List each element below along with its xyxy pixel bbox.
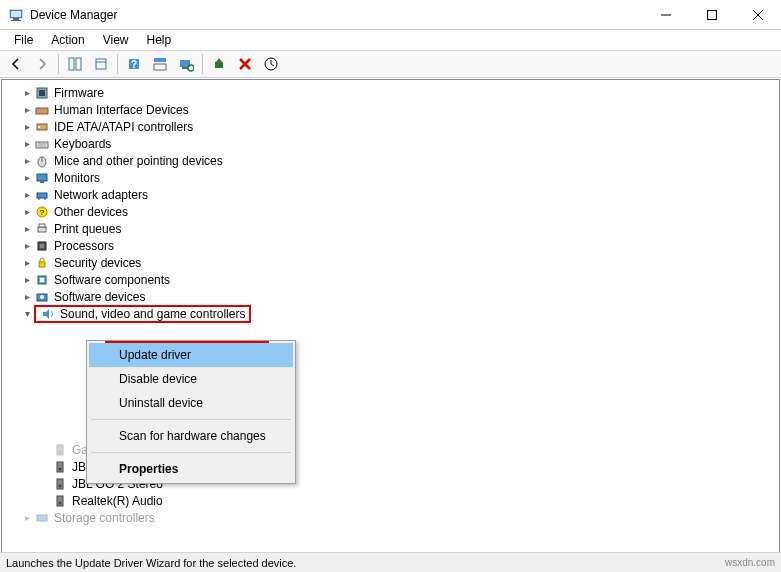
mouse-icon	[34, 153, 50, 169]
tree-item-keyboards[interactable]: ▸ Keyboards	[8, 135, 779, 152]
software-devices-icon	[34, 289, 50, 305]
svg-text:?: ?	[131, 59, 137, 70]
chevron-right-icon[interactable]: ▸	[20, 222, 34, 236]
svg-point-18	[188, 65, 194, 71]
svg-rect-17	[182, 67, 188, 69]
tree-item-storage[interactable]: ▸ Storage controllers	[8, 509, 779, 526]
monitor-icon	[34, 170, 50, 186]
tree-item-sound[interactable]: ▾ Sound, video and game controllers	[8, 305, 779, 322]
speaker-icon	[52, 476, 68, 492]
svg-rect-15	[154, 64, 166, 70]
forward-button[interactable]	[30, 53, 54, 75]
uninstall-button[interactable]	[233, 53, 257, 75]
cm-update-driver[interactable]: Update driver	[89, 343, 293, 367]
svg-rect-44	[39, 262, 45, 267]
update-driver-button[interactable]	[259, 53, 283, 75]
svg-rect-5	[708, 10, 717, 19]
svg-rect-57	[37, 515, 47, 521]
cm-separator	[91, 419, 291, 420]
chevron-right-icon[interactable]: ▸	[20, 137, 34, 151]
chevron-right-icon[interactable]: ▸	[20, 86, 34, 100]
maximize-button[interactable]	[689, 0, 735, 30]
window-title: Device Manager	[30, 8, 643, 22]
tree-item-firmware[interactable]: ▸ Firmware	[8, 84, 779, 101]
menu-file[interactable]: File	[6, 31, 41, 49]
svg-rect-33	[37, 174, 47, 181]
tree-item-processors[interactable]: ▸ Processors	[8, 237, 779, 254]
tree-item-swdevices[interactable]: ▸ Software devices	[8, 288, 779, 305]
chevron-right-icon[interactable]: ▸	[20, 256, 34, 270]
tree-item-mice[interactable]: ▸ Mice and other pointing devices	[8, 152, 779, 169]
cm-uninstall-device[interactable]: Uninstall device	[89, 391, 293, 415]
chevron-right-icon[interactable]: ▸	[20, 188, 34, 202]
svg-point-27	[38, 126, 40, 128]
chevron-right-icon[interactable]: ▸	[20, 511, 34, 525]
svg-rect-41	[39, 224, 45, 227]
software-icon	[34, 272, 50, 288]
svg-point-48	[40, 295, 44, 299]
chevron-right-icon[interactable]: ▸	[20, 154, 34, 168]
tree-item-swcomponents[interactable]: ▸ Software components	[8, 271, 779, 288]
status-text: Launches the Update Driver Wizard for th…	[6, 557, 296, 569]
minimize-button[interactable]	[643, 0, 689, 30]
svg-rect-25	[36, 108, 48, 114]
tree-item-realtek[interactable]: Realtek(R) Audio	[8, 492, 779, 509]
svg-rect-43	[40, 244, 44, 248]
other-icon: ?	[34, 204, 50, 220]
cm-separator	[91, 452, 291, 453]
close-button[interactable]	[735, 0, 781, 30]
add-legacy-button[interactable]	[207, 53, 231, 75]
hid-icon	[34, 102, 50, 118]
tree-item-other[interactable]: ▸ ? Other devices	[8, 203, 779, 220]
svg-rect-19	[215, 62, 223, 68]
chevron-right-icon[interactable]: ▸	[20, 273, 34, 287]
chevron-right-icon[interactable]: ▸	[20, 290, 34, 304]
show-hide-tree-button[interactable]	[63, 53, 87, 75]
context-menu: Update driver Disable device Uninstall d…	[86, 340, 296, 484]
svg-text:?: ?	[40, 208, 45, 217]
speaker-icon	[52, 493, 68, 509]
chevron-right-icon[interactable]: ▸	[20, 239, 34, 253]
app-icon	[8, 7, 24, 23]
svg-rect-28	[36, 142, 48, 148]
svg-rect-10	[96, 59, 106, 69]
svg-point-50	[59, 450, 62, 453]
menu-action[interactable]: Action	[43, 31, 92, 49]
tree-item-hid[interactable]: ▸ Human Interface Devices	[8, 101, 779, 118]
cm-disable-device[interactable]: Disable device	[89, 367, 293, 391]
svg-rect-8	[69, 58, 74, 70]
help-button[interactable]: ?	[122, 53, 146, 75]
network-icon	[34, 187, 50, 203]
tree-item-security[interactable]: ▸ Security devices	[8, 254, 779, 271]
cm-scan-hardware[interactable]: Scan for hardware changes	[89, 424, 293, 448]
tree-item-monitors[interactable]: ▸ Monitors	[8, 169, 779, 186]
scan-hardware-button[interactable]	[174, 53, 198, 75]
tree-item-network[interactable]: ▸ Network adapters	[8, 186, 779, 203]
chevron-down-icon[interactable]: ▾	[20, 307, 34, 321]
chevron-right-icon[interactable]: ▸	[20, 171, 34, 185]
action-button[interactable]	[148, 53, 172, 75]
menu-help[interactable]: Help	[139, 31, 180, 49]
svg-rect-46	[40, 278, 44, 282]
properties-button[interactable]	[89, 53, 113, 75]
storage-icon	[34, 510, 50, 526]
chevron-right-icon[interactable]: ▸	[20, 205, 34, 219]
chevron-right-icon[interactable]: ▸	[20, 120, 34, 134]
back-button[interactable]	[4, 53, 28, 75]
tree-item-ide[interactable]: ▸ IDE ATA/ATAPI controllers	[8, 118, 779, 135]
toolbar: ?	[0, 50, 781, 78]
svg-rect-9	[76, 58, 81, 70]
svg-rect-1	[13, 18, 19, 20]
svg-rect-34	[40, 181, 44, 183]
svg-point-56	[59, 501, 62, 504]
chevron-right-icon[interactable]: ▸	[20, 103, 34, 117]
watermark: wsxdn.com	[725, 557, 775, 568]
ide-icon	[34, 119, 50, 135]
menu-view[interactable]: View	[95, 31, 137, 49]
cm-properties[interactable]: Properties	[89, 457, 293, 481]
svg-rect-40	[38, 227, 46, 232]
speaker-icon	[52, 459, 68, 475]
svg-rect-24	[39, 90, 45, 96]
tree-item-printqueues[interactable]: ▸ Print queues	[8, 220, 779, 237]
menubar: File Action View Help	[0, 30, 781, 50]
